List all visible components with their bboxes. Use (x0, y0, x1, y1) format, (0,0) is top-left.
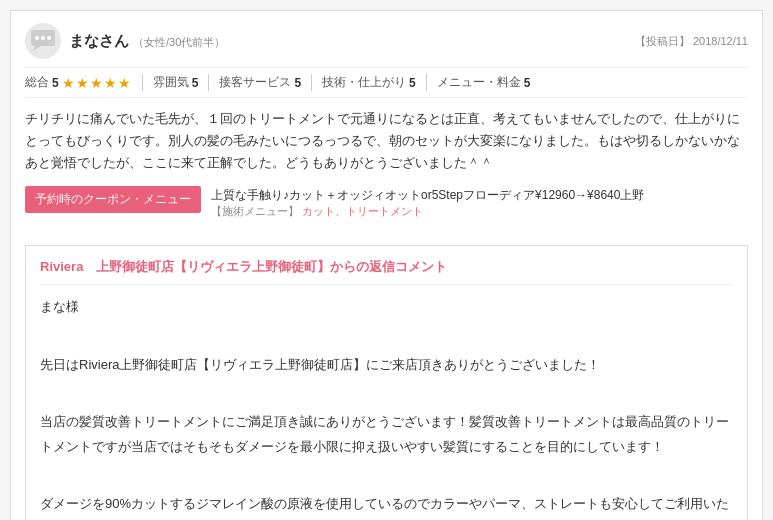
post-date: 【投稿日】 2018/12/11 (635, 34, 748, 49)
service-score: 5 (294, 76, 301, 90)
reply-line: 当店の髪質改善トリートメントにご満足頂き誠にありがとうございます！髪質改善トリー… (40, 410, 733, 459)
service-label: 接客サービス (219, 74, 291, 91)
reply-line: 先日はRiviera上野御徒町店【リヴィエラ上野御徒町店】にご来店頂きありがとう… (40, 353, 733, 378)
coupon-section: 予約時のクーポン・メニュー 上質な手触り♪カット＋オッジィオットor5Stepフ… (25, 186, 748, 231)
reply-line (40, 381, 733, 406)
coupon-button[interactable]: 予約時のクーポン・メニュー (25, 186, 201, 213)
reply-title: Riviera 上野御徒町店【リヴィエラ上野御徒町】からの返信コメント (40, 258, 733, 285)
menu-label: メニュー・料金 (437, 74, 521, 91)
reviewer-name: まなさん (69, 32, 129, 51)
reviewer-name-block: まなさん （女性/30代前半） (69, 32, 225, 51)
skill-score: 5 (409, 76, 416, 90)
atmosphere-label: 雰囲気 (153, 74, 189, 91)
reviewer-left: まなさん （女性/30代前半） (25, 23, 225, 59)
overall-label: 総合 (25, 74, 49, 91)
rating-overall: 総合 5 ★★★★★ (25, 74, 143, 91)
ratings-row: 総合 5 ★★★★★ 雰囲気 5 接客サービス 5 技術・仕上がり 5 メニュー… (25, 67, 748, 98)
rating-atmosphere: 雰囲気 5 (143, 74, 210, 91)
reply-line: まな様 (40, 295, 733, 320)
menu-score: 5 (524, 76, 531, 90)
svg-point-4 (47, 36, 51, 40)
coupon-name: 上質な手触り♪カット＋オッジィオットor5Stepフローディア¥12960→¥8… (211, 186, 644, 204)
post-date-value: 2018/12/11 (693, 35, 748, 47)
reviewer-header: まなさん （女性/30代前半） 【投稿日】 2018/12/11 (25, 23, 748, 59)
atmosphere-score: 5 (192, 76, 199, 90)
coupon-content: 上質な手触り♪カット＋オッジィオットor5Stepフローディア¥12960→¥8… (211, 186, 644, 219)
coupon-details-prefix: 【施術メニュー】 (211, 205, 299, 217)
rating-menu: メニュー・料金 5 (427, 74, 541, 91)
rating-service: 接客サービス 5 (209, 74, 312, 91)
coupon-details: 【施術メニュー】 カット、トリートメント (211, 204, 644, 219)
rating-skill: 技術・仕上がり 5 (312, 74, 427, 91)
post-date-label: 【投稿日】 (635, 35, 690, 47)
overall-stars: ★★★★★ (62, 75, 132, 91)
reply-body: まな様 先日はRiviera上野御徒町店【リヴィエラ上野御徒町店】にご来店頂きあ… (40, 295, 733, 520)
svg-point-3 (41, 36, 45, 40)
skill-label: 技術・仕上がり (322, 74, 406, 91)
review-container: まなさん （女性/30代前半） 【投稿日】 2018/12/11 総合 5 ★★… (10, 10, 763, 520)
reply-section: Riviera 上野御徒町店【リヴィエラ上野御徒町】からの返信コメント まな様 … (25, 245, 748, 520)
review-text: チリチリに痛んでいた毛先が、１回のトリートメントで元通りになるとは正直、考えても… (25, 108, 748, 174)
overall-score: 5 (52, 76, 59, 90)
reply-line: ダメージを90%カットするジマレイン酸の原液を使用しているのでカラーやパーマ、ス… (40, 492, 733, 520)
svg-point-2 (35, 36, 39, 40)
avatar (25, 23, 61, 59)
reply-line (40, 324, 733, 349)
coupon-details-link[interactable]: カット、トリートメント (302, 205, 423, 217)
reply-line (40, 463, 733, 488)
svg-marker-1 (33, 46, 41, 51)
reviewer-meta: （女性/30代前半） (133, 35, 225, 50)
